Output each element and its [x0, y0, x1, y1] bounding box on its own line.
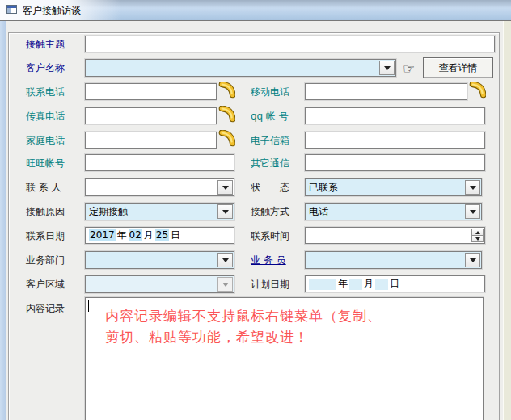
- qq-label: qq 帐 号: [251, 110, 289, 124]
- chevron-down-icon: [470, 258, 476, 262]
- plan-day-segment[interactable]: [375, 279, 388, 290]
- phone-input[interactable]: [85, 83, 217, 100]
- method-combobox[interactable]: 电话: [305, 203, 482, 220]
- plan-month-unit: 月: [362, 278, 375, 289]
- status-label: 状 态: [251, 181, 289, 195]
- window-title: 客户接触访谈: [23, 4, 81, 18]
- date-year[interactable]: 2017: [89, 229, 116, 241]
- department-label: 业务部门: [26, 254, 65, 267]
- chevron-down-icon: [470, 210, 476, 214]
- contact-person-combobox[interactable]: [85, 178, 234, 196]
- window-right-border: [503, 21, 511, 420]
- salesman-dropdown-button[interactable]: [465, 253, 480, 267]
- reason-value: 定期接触: [89, 205, 128, 219]
- plan-date-picker[interactable]: 年月日: [305, 275, 485, 292]
- annotation-line-1: 内容记录编辑不支持鼠标右键菜单（复制、: [105, 307, 382, 326]
- chevron-down-icon: [222, 258, 229, 262]
- contact-time-label: 联系时间: [251, 229, 289, 243]
- chevron-down-icon: [470, 186, 476, 190]
- plan-date-label: 计划日期: [251, 278, 289, 292]
- qq-input[interactable]: [305, 107, 485, 124]
- email-label: 电子信箱: [251, 134, 289, 148]
- phone-icon[interactable]: [217, 130, 235, 148]
- chevron-up-icon: [475, 231, 480, 234]
- reason-dropdown-button[interactable]: [217, 204, 233, 219]
- time-spinner: [471, 229, 484, 242]
- annotation-line-2: 剪切、粘贴等功能，希望改进！: [105, 328, 309, 346]
- email-input[interactable]: [305, 132, 485, 149]
- status-dropdown-button[interactable]: [465, 180, 480, 195]
- region-dropdown-button: [217, 277, 233, 292]
- contact-person-label: 联 系 人: [26, 181, 61, 195]
- contact-time-picker[interactable]: 19:08:56: [305, 227, 485, 244]
- window-left-border: [0, 21, 6, 420]
- fax-input[interactable]: [85, 107, 217, 124]
- wangwang-input[interactable]: [85, 154, 234, 171]
- region-label: 客户区域: [26, 278, 65, 292]
- spin-down-button[interactable]: [471, 236, 484, 242]
- plan-day-unit: 日: [388, 278, 401, 289]
- spin-up-button[interactable]: [471, 229, 484, 236]
- chevron-down-icon: [475, 237, 480, 241]
- plan-month-segment[interactable]: [349, 279, 362, 290]
- region-combobox-disabled: [85, 275, 234, 293]
- mobile-input[interactable]: [305, 83, 467, 100]
- chevron-down-icon: [222, 210, 229, 214]
- mobile-label: 移动电话: [251, 86, 289, 99]
- text-caret: [88, 300, 89, 312]
- reason-combobox[interactable]: 定期接触: [85, 203, 234, 220]
- contact-date-label: 联系日期: [26, 229, 65, 243]
- window-icon: [6, 3, 19, 16]
- status-value: 已联系: [309, 181, 338, 195]
- phone-icon[interactable]: [217, 82, 235, 99]
- contact-person-dropdown-button[interactable]: [217, 180, 233, 195]
- title-bar[interactable]: 客户接触访谈: [0, 0, 511, 21]
- content-textarea[interactable]: 内容记录编辑不支持鼠标右键菜单（复制、 剪切、粘贴等功能，希望改进！: [85, 297, 484, 420]
- contact-date-picker[interactable]: 2017年02月25日: [85, 227, 234, 244]
- chevron-down-icon: [384, 66, 391, 70]
- date-month-unit: 月: [142, 229, 155, 241]
- reason-label: 接触原因: [26, 205, 65, 219]
- phone-icon[interactable]: [468, 82, 486, 99]
- chevron-down-icon: [222, 283, 229, 287]
- method-dropdown-button[interactable]: [465, 204, 480, 219]
- date-day-unit: 日: [169, 229, 182, 241]
- status-combobox[interactable]: 已联系: [305, 178, 482, 196]
- content-label: 内容记录: [26, 302, 65, 316]
- department-dropdown-button[interactable]: [217, 253, 233, 267]
- phone-icon[interactable]: [217, 106, 235, 124]
- home-phone-label: 家庭电话: [26, 134, 65, 148]
- fax-label: 传真电话: [26, 110, 65, 124]
- view-detail-button[interactable]: 查看详情: [423, 57, 493, 78]
- method-label: 接触方式: [251, 205, 289, 219]
- topic-input[interactable]: [85, 36, 495, 52]
- other-comm-input[interactable]: [305, 154, 485, 171]
- department-combobox[interactable]: [85, 251, 234, 269]
- date-day[interactable]: 25: [155, 229, 169, 241]
- plan-year-segment[interactable]: [309, 279, 336, 290]
- plan-year-unit: 年: [336, 278, 349, 289]
- home-phone-input[interactable]: [85, 132, 217, 149]
- method-value: 电话: [309, 205, 328, 219]
- date-month[interactable]: 02: [129, 229, 142, 241]
- topic-label: 接触主题: [26, 38, 65, 52]
- customer-contact-dialog: 客户接触访谈 接触主题 客户名称 ☞ 查看详情 联系电话 移动电话 传真电话 q…: [0, 0, 511, 420]
- other-comm-label: 其它通信: [251, 157, 289, 170]
- customer-combobox[interactable]: [85, 59, 396, 77]
- customer-label: 客户名称: [26, 61, 65, 75]
- phone-label: 联系电话: [26, 86, 65, 99]
- date-year-unit: 年: [116, 229, 129, 241]
- salesman-combobox[interactable]: [305, 251, 482, 269]
- chevron-down-icon: [222, 186, 229, 190]
- salesman-label[interactable]: 业 务 员: [251, 254, 286, 267]
- wangwang-label: 旺旺帐号: [26, 157, 65, 170]
- customer-dropdown-button[interactable]: [379, 61, 395, 75]
- pointing-hand-icon[interactable]: ☞: [403, 62, 415, 76]
